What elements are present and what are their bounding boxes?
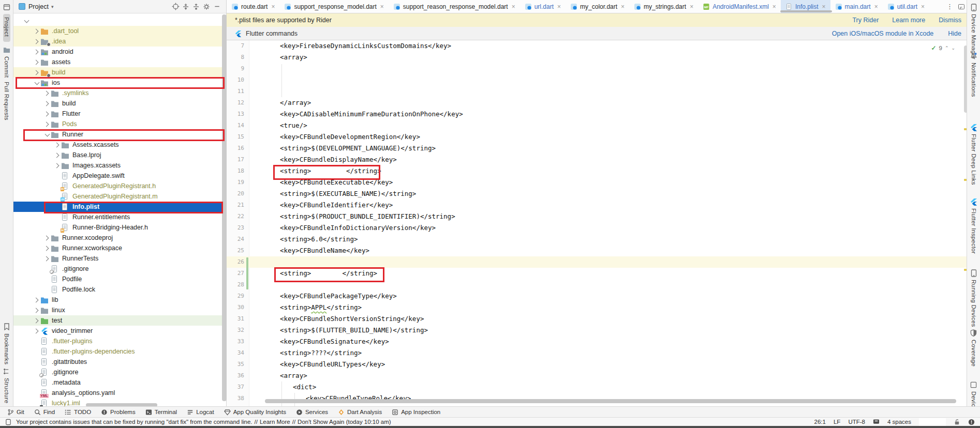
close-tab-icon[interactable]: × — [690, 3, 693, 10]
toolbar-item-problems[interactable]: Problems — [101, 409, 136, 416]
error-analysis-icon[interactable] — [968, 419, 975, 425]
close-tab-icon[interactable]: × — [512, 3, 515, 10]
close-tab-icon[interactable]: × — [773, 3, 776, 10]
locate-button[interactable] — [170, 2, 181, 11]
tree-row-lib[interactable]: lib — [13, 295, 226, 305]
sidebar-item-bookmarks[interactable]: Bookmarks — [0, 323, 13, 366]
tree-row-test[interactable]: test — [13, 315, 226, 326]
tree-row-podfile-lock[interactable]: Podfile.lock — [13, 284, 226, 295]
code-editor[interactable]: 7<key>FirebaseDynamicLinksCustomDomains<… — [227, 40, 970, 406]
close-tab-icon[interactable]: × — [380, 3, 384, 10]
toolbar-item-git[interactable]: Git — [7, 409, 24, 416]
tree-row--gitignore[interactable]: .gitignore — [13, 264, 226, 274]
toolbar-item-app-quality-insights[interactable]: App Quality Insights — [224, 409, 286, 416]
close-tab-icon[interactable]: × — [271, 3, 275, 10]
flutter-bar-action-hide[interactable]: Hide — [948, 30, 961, 37]
tree-row--dart-tool[interactable]: .dart_tool — [13, 26, 226, 36]
banner-action-learn-more[interactable]: Learn more — [892, 17, 925, 24]
sidebar-item-device-manager[interactable]: Device Manager — [967, 3, 980, 59]
tree-row-generatedpluginregistrant-h[interactable]: HGeneratedPluginRegistrant.h — [13, 181, 226, 191]
tree-row-runnertests[interactable]: RunnerTests — [13, 253, 226, 264]
tree-row-build[interactable]: build — [13, 67, 226, 78]
chevron-right-icon[interactable] — [43, 120, 51, 128]
chevron-right-icon[interactable] — [43, 89, 51, 97]
tab-support-reason-response-model-dart[interactable]: support_reason_response_model.dart× — [389, 0, 520, 13]
tree-row-appdelegate-swift[interactable]: AppDelegate.swift — [13, 171, 226, 181]
settings-button[interactable] — [201, 2, 212, 11]
editor-horizontal-scrollbar[interactable] — [265, 399, 956, 403]
toolbar-item-app-inspection[interactable]: App Inspection — [392, 409, 440, 416]
sidebar-item-notifications[interactable]: Notifications — [967, 52, 980, 97]
chevron-right-icon[interactable] — [54, 151, 61, 159]
tree-row--gitattributes[interactable]: .gitattributes — [13, 357, 226, 367]
close-tab-icon[interactable]: × — [874, 3, 878, 10]
tree-row-generatedpluginregistrant-m[interactable]: mGeneratedPluginRegistrant.m — [13, 191, 226, 202]
chevron-right-icon[interactable] — [33, 48, 40, 55]
chevron-down-icon[interactable] — [43, 131, 51, 138]
sidebar-item-structure[interactable]: Structure — [0, 367, 13, 405]
tab-util-dart[interactable]: util.dart× — [883, 0, 929, 13]
chevron-right-icon[interactable] — [43, 110, 51, 117]
toolbar-item-dart-analysis[interactable]: Dart Analysis — [338, 409, 382, 416]
sidebar-item-coverage[interactable]: Coverage — [967, 329, 980, 366]
project-tree-vertical-scrollbar[interactable] — [222, 14, 227, 401]
tab-androidmanifest-xml[interactable]: MFAndroidManifest.xml× — [698, 0, 781, 13]
tree-row--flutter-plugins-dependencies[interactable]: .flutter-plugins-dependencies — [13, 346, 226, 357]
chevron-down-icon[interactable]: ▾ — [51, 4, 54, 9]
toolbar-item-todo[interactable]: TODO — [65, 409, 91, 416]
tree-row--flutter-plugins[interactable]: .flutter-plugins — [13, 336, 226, 346]
sidebar-item-flutter-inspector[interactable]: Flutter Inspector — [967, 197, 980, 254]
chevron-right-icon[interactable] — [33, 38, 40, 45]
tree-row-ios[interactable]: ios — [13, 78, 226, 88]
collapse-all-button[interactable] — [191, 2, 201, 11]
tab-bar-scrollbar[interactable] — [780, 10, 832, 12]
tree-row-assets[interactable]: assets — [13, 57, 226, 67]
tab-main-dart[interactable]: main.dart× — [830, 0, 883, 13]
tab-support-response-model-dart[interactable]: support_response_model.dart× — [279, 0, 388, 13]
chevron-right-icon[interactable] — [43, 234, 51, 241]
tree-row--gitignore[interactable]: .gitignore — [13, 367, 226, 377]
chevron-right-icon[interactable] — [43, 255, 51, 262]
tree-row-linux[interactable]: linux — [13, 305, 226, 315]
tree-row-runner-bridging-header-h[interactable]: HRunner-Bridging-Header.h — [13, 222, 226, 233]
next-problem-icon[interactable]: ⌄ — [951, 45, 955, 51]
unlock-icon[interactable] — [954, 419, 960, 425]
hide-button[interactable] — [212, 2, 222, 11]
split-editor-icon[interactable] — [957, 3, 966, 11]
tree-row-base-lproj[interactable]: Base.lproj — [13, 150, 226, 160]
tree-row-podfile[interactable]: Podfile — [13, 274, 226, 284]
close-tab-icon[interactable]: × — [557, 3, 561, 10]
sidebar-item-pull-requests[interactable]: Pull Requests — [0, 82, 13, 123]
tree-row-images-xcassets[interactable]: Images.xcassets — [13, 160, 226, 171]
line-separator[interactable]: LF — [834, 419, 840, 425]
sidebar-item-running-devices[interactable]: Running Devices — [967, 269, 980, 327]
file-encoding[interactable]: UTF-8 — [848, 419, 865, 425]
tree-row-video-trimmer[interactable]: video_trimmer — [13, 326, 226, 336]
status-indicator-icon[interactable] — [5, 419, 12, 425]
learn-more-link[interactable]: Learn More — [260, 419, 290, 425]
banner-action-try-rider[interactable]: Try Rider — [852, 17, 879, 24]
tab-url-dart[interactable]: url.dart× — [520, 0, 566, 13]
tree-row-flutter[interactable]: Flutter — [13, 109, 226, 119]
tree-row-analysis-options-yaml[interactable]: YMLanalysis_options.yaml — [13, 388, 226, 398]
tree-row-info-plist[interactable]: Info.plist — [13, 202, 226, 212]
project-panel-title[interactable]: Project — [28, 3, 49, 10]
sidebar-item-flutter-deep-links[interactable]: Flutter Deep Links — [967, 123, 980, 185]
tree-row-runner-xcworkspace[interactable]: Runner.xcworkspace — [13, 243, 226, 253]
indent-setting[interactable]: 4 spaces — [887, 419, 911, 425]
chevron-right-icon[interactable] — [33, 307, 40, 314]
chevron-right-icon[interactable] — [33, 58, 40, 66]
tree-row--metadata[interactable]: .metadata — [13, 377, 226, 388]
chevron-right-icon[interactable] — [33, 69, 40, 76]
tree-row--idea[interactable]: .idea — [13, 36, 226, 47]
sidebar-item-project[interactable]: Project — [0, 3, 13, 42]
toolbar-item-find[interactable]: Find — [34, 409, 55, 416]
chevron-right-icon[interactable] — [33, 317, 40, 324]
chevron-down-icon[interactable] — [33, 79, 40, 86]
tab-route-dart[interactable]: route.dart× — [227, 0, 279, 13]
tree-row-runner-entitlements[interactable]: Runner.entitlements — [13, 212, 226, 222]
toolbar-item-services[interactable]: Services — [296, 409, 328, 416]
tab-my-color-dart[interactable]: my_color.dart× — [566, 0, 629, 13]
toolbar-item-terminal[interactable]: Terminal — [145, 409, 177, 416]
prev-problem-icon[interactable]: ⌃ — [945, 45, 949, 51]
